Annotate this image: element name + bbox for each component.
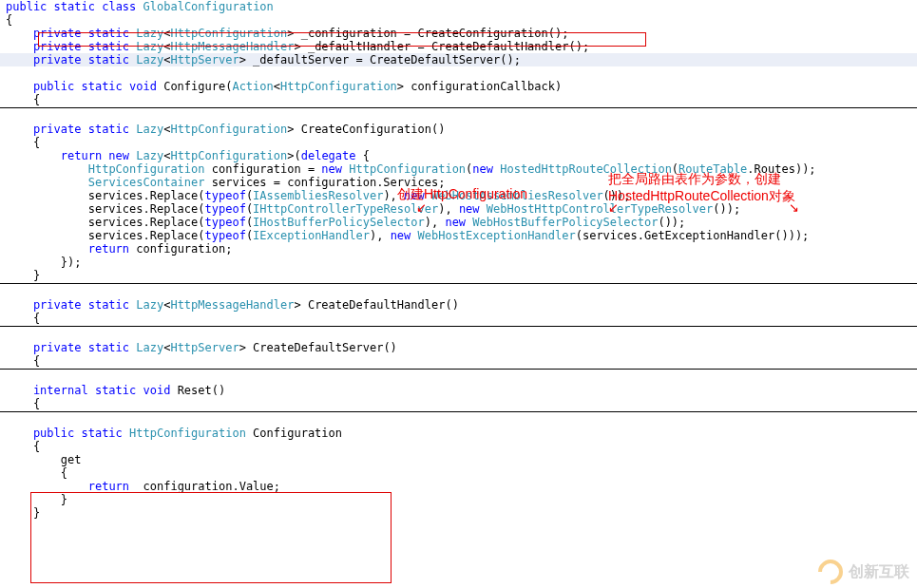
kw-public: public — [6, 0, 47, 13]
arrow-icon: ↙ — [416, 200, 427, 215]
annotation-hosted-route-line2: HostedHttpRouteCollection对象 — [608, 188, 795, 205]
watermark: 创新互联 — [818, 560, 909, 584]
annotation-hosted-route-line1: 把全局路由表作为参数，创建 — [608, 171, 781, 188]
arrow-icon: ↙ — [608, 200, 619, 215]
arrow-icon: ↘ — [789, 200, 799, 215]
watermark-text: 创新互联 — [849, 562, 909, 582]
brace-open: { — [0, 13, 917, 27]
watermark-logo-icon — [813, 555, 849, 588]
separator — [0, 107, 917, 108]
code-block: public static class GlobalConfiguration … — [0, 0, 917, 520]
